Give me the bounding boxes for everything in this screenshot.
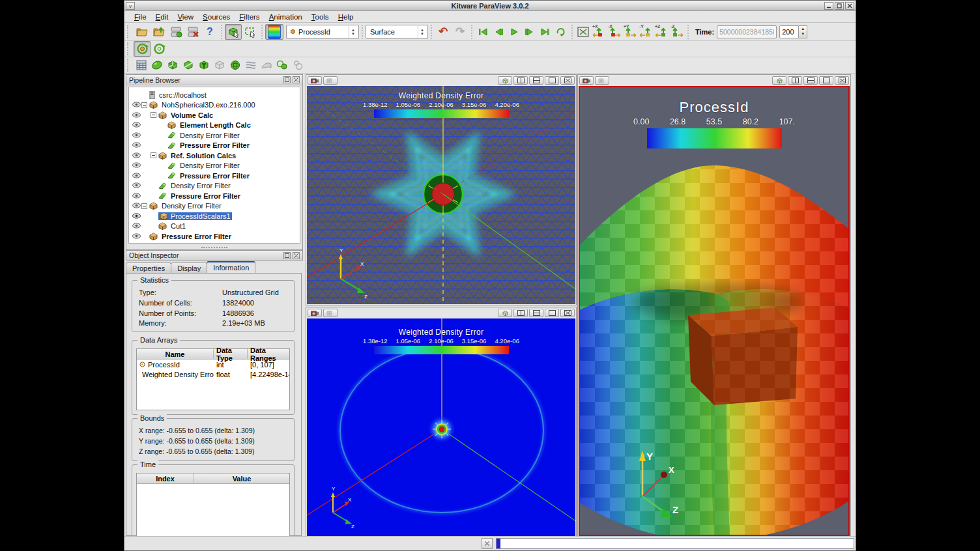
pipeline-item-pressure-error-filter-1[interactable]: Pressure Error Filter [129, 141, 300, 151]
maximize-view-button[interactable] [545, 309, 559, 317]
select-cells-on-surface-button[interactable] [225, 24, 242, 40]
frame-input[interactable] [779, 25, 799, 38]
title-bar[interactable]: Kitware ParaView 3.0.2 v [124, 1, 856, 11]
eye-icon[interactable] [132, 142, 141, 148]
render-area-right[interactable]: Y X Z ProcessId 0.00 26.8 53.5 80.2 107. [579, 86, 850, 536]
eye-icon[interactable] [132, 193, 141, 199]
toolbar-handle[interactable] [127, 25, 132, 38]
pipeline-item-processidscalars1[interactable]: ProcessIdScalars1 [129, 211, 300, 221]
dock-float-button[interactable] [283, 252, 291, 259]
maximize-button[interactable] [835, 2, 844, 10]
glyph-filter-button[interactable] [149, 58, 165, 72]
menu-help[interactable]: Help [334, 12, 358, 21]
view-minus-z-button[interactable]: -Z [669, 24, 685, 40]
dock-resize-handle[interactable] [201, 247, 227, 248]
eye-icon[interactable] [132, 152, 141, 158]
menu-filters[interactable]: Filters [235, 12, 264, 21]
tree-expander[interactable] [141, 203, 147, 209]
last-frame-button[interactable] [538, 25, 553, 39]
menu-tools[interactable]: Tools [307, 12, 334, 21]
open-file-button[interactable] [134, 24, 151, 40]
pipeline-item-volume-calc[interactable]: Volume Calc [129, 110, 300, 120]
object-inspector-titlebar[interactable]: Object Inspector [126, 250, 303, 261]
table-row[interactable]: Weighted Density Error float [4.22498e-1… [137, 369, 289, 379]
camera-button[interactable] [579, 76, 594, 85]
close-view-button[interactable] [560, 76, 575, 85]
slice-filter-button[interactable] [180, 58, 196, 72]
eye-icon[interactable] [132, 213, 141, 219]
tab-display[interactable]: Display [171, 262, 207, 273]
split-vertical-button[interactable] [803, 76, 818, 85]
tree-expander[interactable] [151, 152, 156, 158]
redo-button[interactable]: ↷ [452, 24, 468, 40]
tab-properties[interactable]: Properties [126, 262, 171, 273]
group-datasets-filter-button[interactable] [274, 58, 290, 72]
pipeline-item-nohspherical[interactable]: NohSpherical3D.exo.216.000 [129, 100, 300, 111]
data-arrays-table[interactable]: Name Data Type Data Ranges ProcessId int… [136, 348, 290, 410]
link-camera-button[interactable] [595, 76, 609, 85]
time-input[interactable] [717, 25, 777, 38]
split-vertical-button[interactable] [529, 309, 543, 317]
tab-information[interactable]: Information [207, 261, 255, 273]
colorbar-right[interactable]: ProcessId 0.00 26.8 53.5 80.2 107. [629, 99, 799, 148]
link-camera-button[interactable] [323, 76, 338, 85]
pipeline-item-density-error-filter-3[interactable]: Density Error Filter [129, 181, 300, 191]
previous-frame-button[interactable] [491, 25, 506, 39]
color-by-combobox[interactable]: ProcessId ▲▼ [286, 25, 359, 39]
close-button[interactable] [845, 2, 854, 10]
warp-filter-button[interactable] [259, 58, 274, 72]
split-horizontal-button[interactable] [788, 76, 802, 85]
pipeline-item-pressure-error-filter-2[interactable]: Pressure Error Filter [129, 171, 300, 181]
eye-icon[interactable] [132, 112, 141, 118]
view-plus-x-button[interactable]: +X [591, 24, 607, 40]
undo-button[interactable]: ↶ [435, 24, 452, 40]
menu-edit[interactable]: Edit [151, 12, 173, 21]
pipeline-item-element-length-calc[interactable]: Element Length Calc [129, 120, 300, 131]
select-points-button[interactable] [242, 24, 259, 40]
help-button[interactable]: ? [201, 24, 218, 40]
threshold-filter-button[interactable] [196, 58, 212, 72]
frame-spinner[interactable]: ▲▼ [799, 25, 807, 38]
eye-icon[interactable] [132, 223, 141, 229]
save-data-button[interactable] [151, 24, 167, 40]
camera-button[interactable] [308, 309, 322, 317]
abort-progress-button[interactable] [482, 538, 493, 549]
eye-icon[interactable] [132, 122, 141, 128]
link-camera-button[interactable] [323, 309, 338, 317]
pipeline-item-density-error-filter-1[interactable]: Density Error Filter [129, 130, 300, 141]
first-frame-button[interactable] [475, 25, 491, 39]
pipeline-item-ref-solution-calcs[interactable]: Ref. Solution Calcs [129, 150, 300, 161]
colorbar-top[interactable]: Weighted Density Error 1.38e-12 1.05e-06… [363, 91, 519, 118]
maximize-view-button[interactable] [819, 76, 833, 85]
colorbar-bottom[interactable]: Weighted Density Error 1.38e-12 1.05e-06… [363, 328, 519, 354]
view-plus-y-button[interactable]: +Y [622, 24, 638, 40]
close-view-button[interactable] [560, 309, 575, 317]
pipeline-item-pressure-error-filter-3[interactable]: Pressure Error Filter [129, 191, 300, 201]
tree-expander[interactable] [151, 112, 156, 118]
dock-close-button[interactable] [293, 76, 300, 83]
extract-group-filter-button[interactable] [290, 58, 306, 72]
split-horizontal-button[interactable] [513, 76, 528, 85]
view-minus-y-button[interactable]: -Y [638, 24, 654, 40]
next-frame-button[interactable] [522, 25, 538, 39]
extract-subset-filter-button[interactable] [212, 58, 227, 72]
view-settings-button[interactable] [498, 76, 512, 85]
disconnect-server-button[interactable] [184, 24, 201, 40]
view-minus-x-button[interactable]: -X [607, 24, 622, 40]
rotate-camera-3d-button[interactable] [134, 41, 151, 57]
clip-filter-button[interactable] [165, 58, 180, 72]
contour-filter-button[interactable] [227, 58, 243, 72]
render-area-bottom[interactable]: Y X Z Weighted Density Error 1.38e-12 1.… [307, 318, 575, 536]
view-settings-button[interactable] [498, 309, 512, 317]
connect-server-button[interactable] [167, 24, 184, 40]
tree-expander[interactable] [141, 102, 147, 108]
pipeline-item-density-error-filter-4[interactable]: Density Error Filter [129, 201, 300, 212]
maximize-view-button[interactable] [545, 76, 559, 85]
dock-float-button[interactable] [283, 76, 291, 83]
pipeline-item-localhost[interactable]: csrc://localhost [129, 90, 300, 100]
menu-animation[interactable]: Animation [265, 12, 307, 21]
eye-icon[interactable] [132, 173, 141, 178]
pipeline-item-density-error-filter-2[interactable]: Density Error Filter [129, 161, 300, 171]
time-values-table[interactable]: Index Value [136, 473, 290, 541]
eye-icon[interactable] [132, 102, 141, 107]
